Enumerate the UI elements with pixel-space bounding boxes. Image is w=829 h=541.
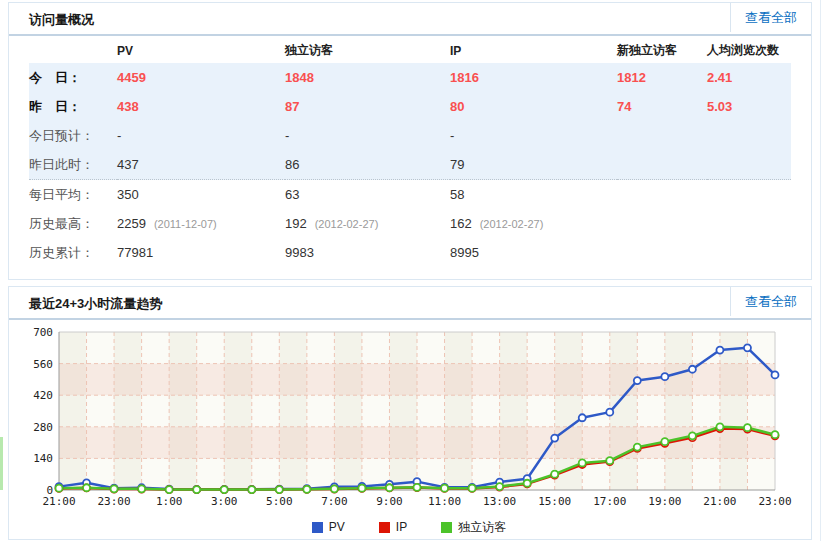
cell-value: 63: [285, 180, 450, 210]
cell-value: 1812: [617, 63, 707, 92]
cell-value: 77981: [117, 238, 285, 267]
data-point-独立访客: [772, 431, 779, 438]
data-point-独立访客: [579, 459, 586, 466]
legend-label: 独立访客: [458, 519, 506, 536]
data-point-PV: [634, 377, 641, 384]
data-point-独立访客: [358, 485, 365, 492]
cell-value: 192(2012-02-27): [285, 209, 450, 238]
column-header: IP: [450, 38, 617, 63]
cell-value: [707, 238, 791, 267]
plot-band: [389, 332, 417, 490]
row-label: 历史最高：: [29, 209, 117, 238]
x-tick-label: 15:00: [538, 495, 571, 508]
plot-band: [692, 332, 720, 490]
data-point-独立访客: [193, 486, 200, 493]
data-point-独立访客: [469, 485, 476, 492]
plot-band: [500, 332, 528, 490]
plot-band: [59, 332, 87, 490]
plot-band: [169, 332, 197, 490]
cell-value: -: [450, 121, 617, 150]
x-tick-label: 17:00: [593, 495, 626, 508]
overview-panel-header: 访问量概况 查看全部: [9, 3, 811, 36]
plot-band: [279, 332, 307, 490]
left-edge-widget: [0, 437, 3, 490]
trend-chart: 014028042056070021:0023:001:003:005:007:…: [9, 323, 809, 519]
history-date-note: (2012-02-27): [480, 218, 544, 230]
row-label: 历史累计：: [29, 238, 117, 267]
cell-value: [707, 121, 791, 150]
overview-table: PV独立访客IP新独立访客人均浏览次数今 日：44591848181618122…: [29, 38, 791, 267]
data-point-独立访客: [56, 485, 63, 492]
history-date-note: (2012-02-27): [315, 218, 379, 230]
cell-value: [707, 150, 791, 180]
cell-value: [707, 180, 791, 210]
cell-value: [617, 150, 707, 180]
cell-value: 74: [617, 92, 707, 121]
plot-band: [197, 332, 225, 490]
y-tick-label: 420: [33, 389, 53, 402]
x-tick-label: 7:00: [321, 495, 348, 508]
data-point-独立访客: [551, 471, 558, 478]
legend-swatch-icon: [312, 522, 323, 533]
cell-value: 1848: [285, 63, 450, 92]
data-point-独立访客: [111, 485, 118, 492]
x-tick-label: 23:00: [758, 495, 791, 508]
plot-band: [720, 332, 748, 490]
data-point-独立访客: [303, 486, 310, 493]
trend-panel-header: 最近24+3小时流量趋势 查看全部: [9, 287, 811, 320]
table-row: 今日预计：---: [29, 121, 791, 150]
legend-item-PV: PV: [312, 520, 345, 534]
data-point-独立访客: [496, 483, 503, 490]
data-point-独立访客: [661, 438, 668, 445]
x-tick-label: 1:00: [156, 495, 183, 508]
data-point-独立访客: [744, 424, 751, 431]
plot-band: [527, 332, 555, 490]
x-tick-label: 21:00: [42, 495, 75, 508]
data-point-独立访客: [331, 485, 338, 492]
trend-panel: 最近24+3小时流量趋势 查看全部 014028042056070021:002…: [8, 286, 812, 540]
data-point-PV: [716, 347, 723, 354]
x-tick-label: 19:00: [648, 495, 681, 508]
table-row: 昨 日：4388780745.03: [29, 92, 791, 121]
cell-value: 4459: [117, 63, 285, 92]
cell-value: -: [285, 121, 450, 150]
trend-panel-title: 最近24+3小时流量趋势: [29, 295, 162, 313]
data-point-独立访客: [634, 444, 641, 451]
y-tick-label: 700: [33, 326, 53, 339]
column-header: 人均浏览次数: [707, 38, 791, 63]
data-point-独立访客: [441, 485, 448, 492]
plot-band: [252, 332, 280, 490]
cell-value: 1816: [450, 63, 617, 92]
plot-band: [114, 332, 142, 490]
cell-value: -: [117, 121, 285, 150]
row-label: 今 日：: [29, 63, 117, 92]
x-tick-label: 23:00: [98, 495, 131, 508]
trend-view-all-link[interactable]: 查看全部: [730, 287, 811, 316]
overview-view-all-link[interactable]: 查看全部: [730, 3, 811, 32]
y-tick-label: 280: [33, 421, 53, 434]
plot-band: [142, 332, 170, 490]
cell-value: [617, 209, 707, 238]
cell-value: 9983: [285, 238, 450, 267]
plot-band: [307, 332, 335, 490]
data-point-独立访客: [248, 486, 255, 493]
cell-value: 58: [450, 180, 617, 210]
traffic-overview-panel: 访问量概况 查看全部 PV独立访客IP新独立访客人均浏览次数今 日：445918…: [8, 2, 812, 280]
data-point-独立访客: [606, 457, 613, 464]
cell-value: 2259(2011-12-07): [117, 209, 285, 238]
legend-item-独立访客: 独立访客: [441, 519, 506, 536]
data-point-独立访客: [276, 486, 283, 493]
data-point-PV: [772, 371, 779, 378]
cell-value: 2.41: [707, 63, 791, 92]
plot-band: [224, 332, 252, 490]
data-point-PV: [744, 344, 751, 351]
y-tick-label: 140: [33, 452, 53, 465]
chart-legend: PVIP独立访客: [9, 517, 809, 537]
data-point-独立访客: [138, 485, 145, 492]
page-right-border: [820, 0, 821, 541]
row-label: 昨 日：: [29, 92, 117, 121]
row-label: 昨日此时：: [29, 150, 117, 180]
legend-label: IP: [396, 520, 407, 534]
data-point-独立访客: [221, 486, 228, 493]
cell-value: 80: [450, 92, 617, 121]
